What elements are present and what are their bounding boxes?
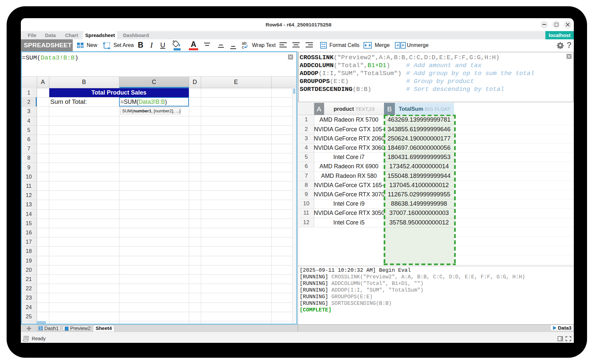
svg-text:c: c [242,45,244,50]
